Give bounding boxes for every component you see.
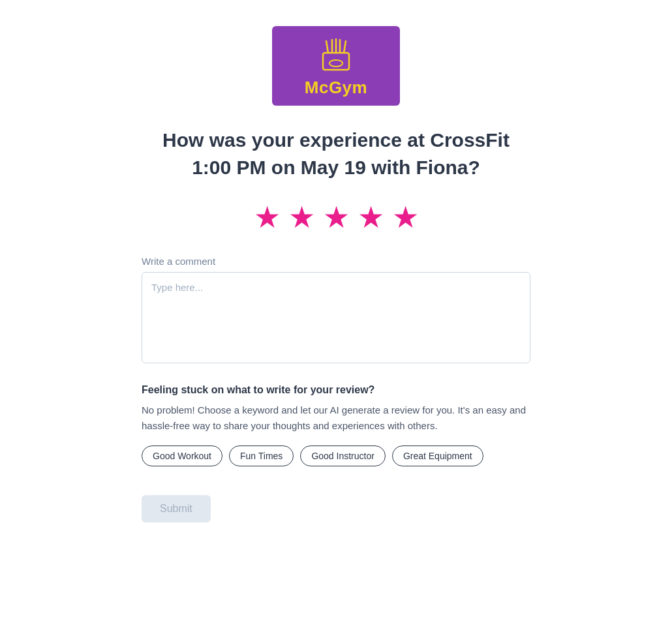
keyword-chips-container: Good Workout Fun Times Good Instructor G… [142,445,530,466]
comment-label: Write a comment [142,256,530,267]
star-4[interactable]: ★ [358,202,384,232]
svg-point-1 [329,60,343,67]
star-1[interactable]: ★ [254,202,281,232]
ai-title: Feeling stuck on what to write for your … [142,384,530,396]
svg-line-6 [344,41,346,53]
ai-section: Feeling stuck on what to write for your … [142,384,530,466]
ai-description: No problem! Choose a keyword and let our… [142,402,530,434]
comment-section: Write a comment [142,256,530,366]
mcgym-logo-icon [316,35,356,74]
page-title: How was your experience at CrossFit 1:00… [162,127,510,181]
logo-text: McGym [305,78,367,98]
keyword-chip-good-workout[interactable]: Good Workout [142,445,222,466]
submit-section: Submit [142,495,530,522]
comment-textarea[interactable] [142,272,530,363]
star-rating[interactable]: ★ ★ ★ ★ ★ [254,202,419,232]
logo-container: McGym [272,26,400,106]
star-3[interactable]: ★ [323,202,350,232]
star-5[interactable]: ★ [392,202,419,232]
svg-line-2 [326,41,328,53]
submit-button[interactable]: Submit [142,495,211,522]
keyword-chip-great-equipment[interactable]: Great Equipment [392,445,483,466]
star-2[interactable]: ★ [288,202,315,232]
keyword-chip-good-instructor[interactable]: Good Instructor [300,445,386,466]
svg-rect-0 [323,53,349,70]
keyword-chip-fun-times[interactable]: Fun Times [229,445,294,466]
